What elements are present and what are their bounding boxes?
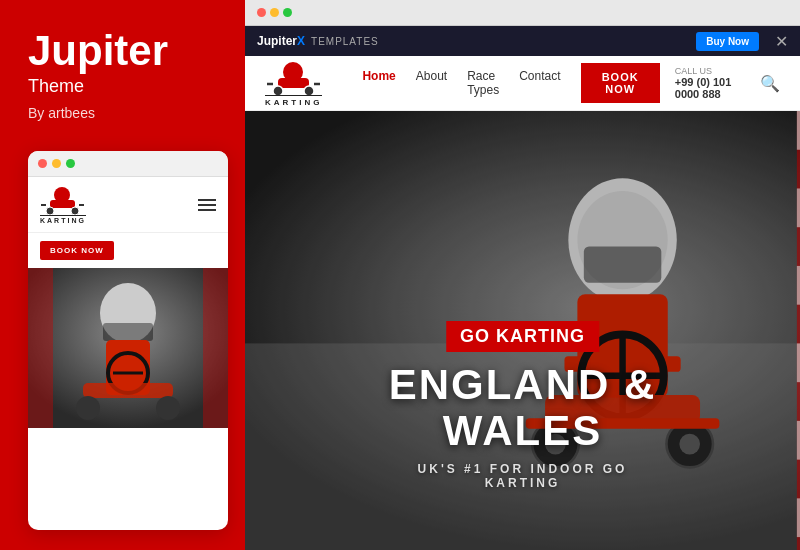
dot-green-icon	[66, 159, 75, 168]
buy-now-button[interactable]: Buy Now	[696, 32, 759, 51]
site-logo: KARTING	[265, 60, 322, 107]
hamburger-icon[interactable]	[198, 199, 216, 211]
mobile-nav: KARTING	[28, 177, 228, 233]
jupiterx-logo: JupiterX	[257, 34, 305, 48]
site-hero: GO KARTING ENGLAND & WALES UK'S #1 FOR I…	[245, 111, 800, 550]
svg-point-13	[76, 396, 100, 420]
dot-red-icon	[38, 159, 47, 168]
mobile-hero-bg	[28, 268, 228, 428]
nav-link-home[interactable]: Home	[362, 69, 395, 97]
hero-badge: GO KARTING	[446, 321, 599, 352]
svg-rect-18	[278, 78, 309, 88]
dot-yellow-icon	[52, 159, 61, 168]
svg-rect-8	[103, 323, 153, 341]
close-icon[interactable]: ✕	[775, 32, 788, 51]
jupiterx-toolbar: JupiterX TEMPLATES Buy Now ✕	[245, 26, 800, 56]
svg-rect-1	[50, 200, 75, 208]
site-nav-links: Home About Race Types Contact	[362, 69, 560, 97]
theme-subtitle: Theme	[28, 76, 225, 97]
templates-label: TEMPLATES	[311, 36, 379, 47]
book-now-button[interactable]: BOOK NOW	[581, 63, 660, 103]
site-logo-name: KARTING	[265, 95, 322, 107]
site-logo-box: KARTING	[265, 60, 322, 107]
nav-link-contact[interactable]: Contact	[519, 69, 560, 97]
svg-rect-12	[83, 383, 173, 398]
hero-title: ENGLAND & WALES	[384, 362, 662, 454]
svg-rect-15	[28, 268, 53, 428]
theme-by: By artbees	[28, 105, 225, 121]
jupiterx-bar-left: JupiterX TEMPLATES	[257, 34, 379, 48]
svg-point-2	[46, 207, 54, 215]
mobile-racer-svg	[28, 268, 228, 428]
mobile-karting-logo-icon	[40, 185, 85, 215]
jupiterx-bar-right: Buy Now ✕	[696, 32, 788, 51]
mobile-hero: GO KARTING ENGLAND & WALES UK'S #1 FOR I…	[28, 268, 228, 428]
browser-dot-yellow	[270, 8, 279, 17]
call-number: +99 (0) 101 0000 888	[675, 76, 745, 100]
theme-title: Jupiter	[28, 30, 225, 72]
browser-dot-green	[283, 8, 292, 17]
left-panel: Jupiter Theme By artbees	[0, 0, 245, 550]
site-karting-logo-icon	[266, 60, 321, 95]
browser-dot-red	[257, 8, 266, 17]
svg-point-14	[156, 396, 180, 420]
svg-point-20	[304, 86, 314, 95]
nav-link-race-types[interactable]: Race Types	[467, 69, 499, 97]
call-label: CALL US	[675, 66, 745, 76]
site-nav-right: BOOK NOW CALL US +99 (0) 101 0000 888 🔍	[581, 63, 780, 103]
browser-chrome	[245, 0, 800, 26]
nav-link-about[interactable]: About	[416, 69, 447, 97]
site-nav: KARTING Home About Race Types Contact BO…	[245, 56, 800, 111]
hero-content: GO KARTING ENGLAND & WALES UK'S #1 FOR I…	[384, 321, 662, 490]
call-info: CALL US +99 (0) 101 0000 888	[675, 66, 745, 100]
mobile-preview: KARTING BOOK NOW 🔍	[28, 151, 228, 530]
search-icon[interactable]: 🔍	[760, 74, 780, 93]
mobile-content: KARTING BOOK NOW 🔍	[28, 177, 228, 530]
svg-point-3	[71, 207, 79, 215]
svg-rect-16	[203, 268, 228, 428]
mobile-logo-text: KARTING	[40, 215, 86, 224]
mobile-browser-bar	[28, 151, 228, 177]
mobile-logo: KARTING	[40, 185, 86, 224]
browser-dots	[257, 8, 292, 17]
svg-point-19	[273, 86, 283, 95]
right-panel: JupiterX TEMPLATES Buy Now ✕ KARTING	[245, 0, 800, 550]
hero-subtitle: UK'S #1 FOR INDOOR GO KARTING	[384, 462, 662, 490]
mobile-book-button[interactable]: BOOK NOW	[40, 241, 114, 260]
